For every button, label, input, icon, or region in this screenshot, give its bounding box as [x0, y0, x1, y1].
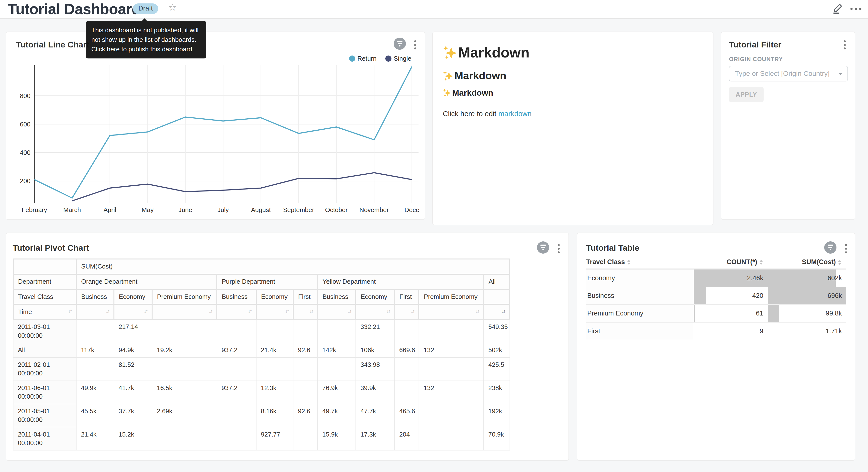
- column-header-travel-class[interactable]: Travel Class: [586, 255, 693, 269]
- x-tick-label: May: [142, 206, 154, 213]
- x-tick-label: April: [103, 206, 116, 213]
- sort-arrows-icon[interactable]: ↓↑: [285, 308, 288, 315]
- table-row: First91.71k: [586, 322, 846, 340]
- cell-value: 420: [694, 290, 768, 302]
- pivot-cell: 927.77: [256, 427, 293, 450]
- pivot-cell: 937.2: [217, 343, 256, 358]
- pivot-cell: 937.2: [217, 381, 256, 404]
- filter-card: Tutorial Filter ORIGIN COUNTRY Type or S…: [721, 32, 855, 220]
- sort-caret-icon: [627, 259, 631, 266]
- pivot-col-header: Economy: [114, 289, 152, 304]
- pivot-cell: 332.21: [356, 319, 394, 343]
- markdown-h3: Markdown: [443, 88, 493, 97]
- column-header-sum-cost[interactable]: SUM(Cost): [768, 255, 846, 269]
- pivot-cell: [217, 319, 256, 343]
- column-header-count[interactable]: COUNT(*): [694, 255, 768, 269]
- filter-funnel-icon[interactable]: [537, 241, 549, 254]
- pivot-col-header: First: [395, 289, 419, 304]
- pivot-col-group: Purple Department: [217, 274, 318, 289]
- page-title: Tutorial Dashboard: [8, 0, 141, 18]
- pivot-cell: 15.2k: [114, 427, 152, 450]
- pivot-sort-cell: ↓↑: [395, 304, 419, 319]
- pivot-cell: 92.6: [293, 343, 318, 358]
- x-tick-label: June: [178, 206, 192, 213]
- sort-arrows-icon[interactable]: ↓↑: [68, 308, 71, 315]
- pivot-cell: 217.14: [114, 319, 152, 343]
- pivot-cell: 425.5: [484, 358, 509, 381]
- filter-funnel-icon[interactable]: [824, 241, 836, 254]
- pivot-dim-label: Department: [13, 274, 76, 289]
- pivot-cell: 17.3k: [356, 427, 394, 450]
- column-header-label: COUNT(*): [727, 258, 757, 266]
- pivot-cell: 45.5k: [76, 404, 114, 427]
- sort-arrows-icon[interactable]: ↓↑: [105, 308, 109, 315]
- column-header-label: SUM(Cost): [802, 258, 836, 266]
- pivot-cell: 76.9k: [318, 381, 356, 404]
- pivot-cell: [293, 381, 318, 404]
- y-tick-label: 200: [20, 177, 30, 185]
- filter-card-title: Tutorial Filter: [729, 40, 781, 50]
- pivot-cell: [395, 358, 419, 381]
- pivot-table: SUM(Cost)DepartmentOrange DepartmentPurp…: [13, 259, 510, 450]
- pivot-cell: 15.9k: [318, 427, 356, 450]
- pivot-cell: 343.98: [356, 358, 394, 381]
- line-chart-card: Tutorial Line Chart ReturnSingle 2004006…: [6, 32, 425, 220]
- travel-class-cell: Business: [586, 287, 693, 304]
- sort-arrows-icon[interactable]: ↓↑: [347, 308, 351, 315]
- pivot-row-dim-label: Time↓↑: [13, 304, 76, 319]
- travel-class-cell: First: [586, 322, 693, 340]
- ellipsis-icon[interactable]: [850, 7, 861, 11]
- pivot-cell: [293, 358, 318, 381]
- kebab-menu-icon[interactable]: [555, 243, 563, 254]
- x-tick-label: August: [251, 206, 271, 213]
- pivot-cell: [76, 358, 114, 381]
- sort-arrows-icon[interactable]: ↓↑: [411, 308, 414, 315]
- sort-arrows-icon[interactable]: ↓↑: [386, 308, 390, 315]
- draft-badge[interactable]: Draft: [133, 3, 158, 14]
- pivot-sort-cell: ↓↑: [152, 304, 217, 319]
- markdown-edit-link[interactable]: markdown: [498, 110, 532, 118]
- pivot-cell: [419, 358, 484, 381]
- sort-desc-icon[interactable]: ↓↑: [501, 308, 505, 315]
- pivot-cell: [395, 381, 419, 404]
- pivot-col-header: Premium Economy: [152, 289, 217, 304]
- pivot-cell: [318, 358, 356, 381]
- sort-caret-icon: [760, 259, 763, 266]
- cell-value: 1.71k: [768, 325, 846, 337]
- star-icon[interactable]: ☆: [168, 2, 177, 13]
- count-cell: 61: [694, 304, 768, 322]
- sum-cell: 602k: [768, 269, 846, 287]
- sparkles-icon: [443, 70, 455, 81]
- sort-arrows-icon[interactable]: ↓↑: [475, 308, 479, 315]
- pivot-col-group: Yellow Department: [318, 274, 484, 289]
- pivot-col-header: Premium Economy: [419, 289, 484, 304]
- sort-arrows-icon[interactable]: ↓↑: [248, 308, 251, 315]
- sort-arrows-icon[interactable]: ↓↑: [144, 308, 147, 315]
- x-tick-label: Dece: [404, 206, 419, 213]
- y-tick-label: 600: [20, 121, 30, 128]
- pivot-sort-cell: ↓↑: [114, 304, 152, 319]
- pivot-cell: 8.16k: [256, 404, 293, 427]
- pivot-cell: 502k: [484, 343, 509, 358]
- pivot-cell: [419, 404, 484, 427]
- pivot-sort-cell: ↓↑: [293, 304, 318, 319]
- origin-country-select[interactable]: Type or Select [Origin Country]: [729, 66, 848, 81]
- kebab-menu-icon[interactable]: [841, 39, 849, 50]
- pivot-title: Tutorial Pivot Chart: [13, 243, 89, 253]
- pivot-cell: 41.7k: [114, 381, 152, 404]
- apply-button[interactable]: APPLY: [729, 87, 764, 102]
- pencil-icon[interactable]: [832, 3, 843, 14]
- pivot-sort-cell: ↓↑: [484, 304, 509, 319]
- x-tick-label: November: [360, 206, 389, 213]
- sort-arrows-icon[interactable]: ↓↑: [209, 308, 212, 315]
- sort-arrows-icon[interactable]: ↓↑: [309, 308, 313, 315]
- pivot-col-header: First: [293, 289, 318, 304]
- pivot-cell: 94.9k: [114, 343, 152, 358]
- cell-value: 2.46k: [694, 272, 768, 284]
- pivot-row-label: 2011-06-01 00:00:00: [13, 381, 76, 404]
- kebab-menu-icon[interactable]: [842, 243, 850, 254]
- pivot-cell: [217, 427, 256, 450]
- publish-tooltip: This dashboard is not published, it will…: [86, 21, 207, 58]
- pivot-cell: 142k: [318, 343, 356, 358]
- count-cell: 420: [694, 287, 768, 304]
